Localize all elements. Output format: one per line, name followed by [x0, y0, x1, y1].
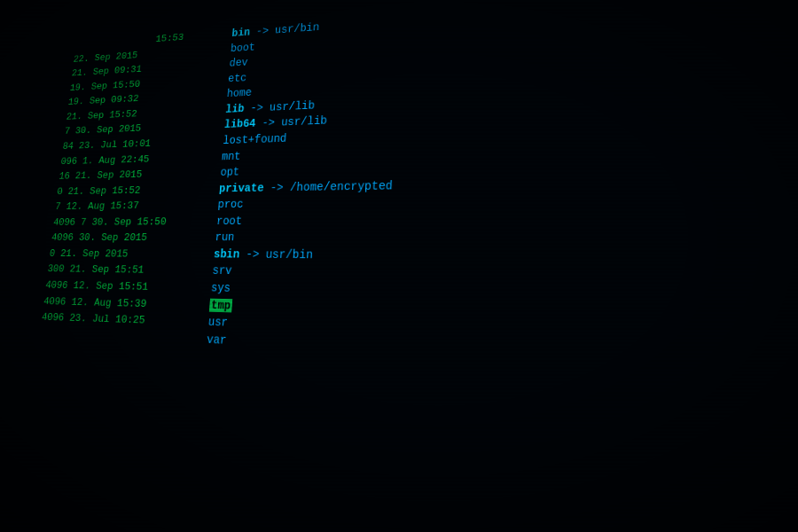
line-14-name: sbin — [213, 246, 239, 262]
line-6-path: usr/lib — [281, 113, 328, 130]
line-0-path: usr/bin — [274, 20, 319, 38]
line-9-name: opt — [220, 164, 240, 180]
line-4-name: home — [226, 85, 252, 102]
line-10-name: private — [218, 180, 264, 197]
terminal-window: 15:53 bin -> usr/bin 22. Sep 2015 boot 2… — [0, 0, 798, 532]
line-5-arrow: -> — [244, 99, 270, 116]
line-3-name: etc — [228, 70, 247, 86]
line-5-name: lib — [225, 101, 245, 117]
line-5-path: usr/lib — [269, 98, 315, 115]
line-12-name: root — [215, 213, 242, 229]
line-17-name: tmp — [209, 296, 233, 314]
line-11-name: proc — [217, 196, 244, 213]
terminal-content: 15:53 bin -> usr/bin 22. Sep 2015 boot 2… — [0, 0, 798, 532]
line-14-path: usr/bin — [265, 246, 313, 263]
line-10-path: /home/encrypted — [289, 177, 393, 196]
line-10-arrow: -> — [263, 179, 291, 196]
line-1-name: boot — [230, 39, 255, 56]
line-15-name: srv — [212, 262, 232, 279]
line-16-name: sys — [210, 279, 231, 296]
line-13-name: run — [215, 230, 235, 246]
line-6-arrow: -> — [255, 115, 282, 132]
line-10-meta: 0 21. Sep 15:52 — [56, 182, 219, 200]
line-0-arrow: -> — [249, 23, 275, 40]
line-13-meta: 4096 30. Sep 2015 — [51, 231, 215, 246]
line-14-meta: 0 21. Sep 2015 — [49, 246, 215, 263]
line-15-meta: 300 21. Sep 15:51 — [47, 262, 214, 279]
line-11-meta: 7 12. Aug 15:37 — [54, 198, 218, 215]
line-8-name: mnt — [221, 148, 241, 164]
line-0-name: bin — [231, 25, 251, 41]
line-2-name: dev — [229, 55, 248, 71]
line-7-name: lost+found — [223, 130, 287, 148]
line-19-name: var — [206, 331, 227, 348]
line-18-name: usr — [207, 314, 229, 332]
line-14-arrow: -> — [239, 246, 266, 263]
line-12-meta: 4096 7 30. Sep 15:50 — [52, 214, 217, 230]
line-6-name: lib64 — [223, 116, 256, 133]
